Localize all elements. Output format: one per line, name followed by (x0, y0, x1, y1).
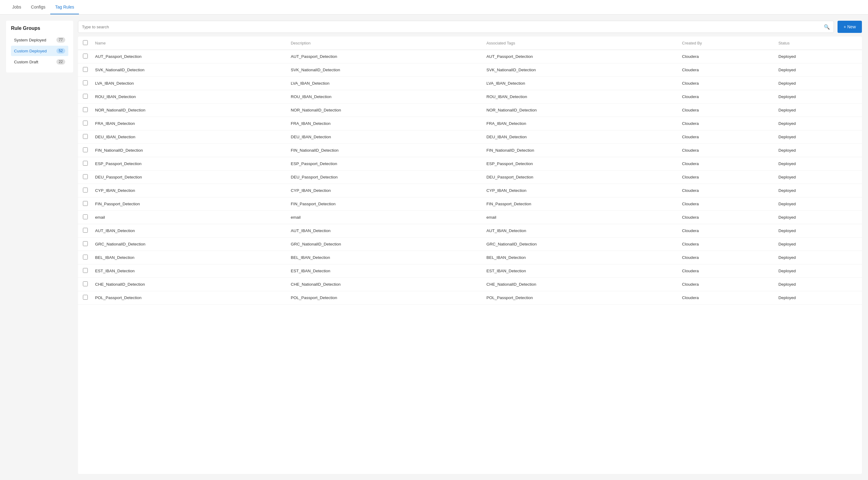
sidebar-item-label: Custom Deployed (14, 49, 46, 53)
tab-tag-rules[interactable]: Tag Rules (50, 0, 79, 14)
search-input[interactable] (82, 25, 824, 29)
top-nav: Jobs Configs Tag Rules (0, 0, 868, 14)
row-checkbox[interactable] (83, 54, 88, 59)
row-checkbox[interactable] (83, 81, 88, 85)
tab-jobs[interactable]: Jobs (7, 0, 26, 14)
table-row: GRC_NationalID_Detection GRC_NationalID_… (78, 237, 862, 251)
cell-associated-tags: FIN_Passport_Detection (482, 197, 677, 211)
row-checkbox-cell (78, 278, 90, 291)
cell-created-by: Cloudera (677, 291, 774, 305)
search-icon: 🔍 (824, 24, 830, 30)
cell-name: ESP_Passport_Detection (90, 157, 286, 170)
sidebar-item-custom-deployed[interactable]: Custom Deployed52 (11, 46, 68, 56)
cell-associated-tags: SVK_NationalID_Detection (482, 63, 677, 77)
cell-name: BEL_IBAN_Detection (90, 251, 286, 264)
row-checkbox[interactable] (83, 281, 88, 286)
cell-description: EST_IBAN_Detection (286, 264, 482, 278)
cell-name: NOR_NationalID_Detection (90, 103, 286, 117)
row-checkbox-cell (78, 90, 90, 103)
row-checkbox-cell (78, 157, 90, 170)
cell-description: FRA_IBAN_Detection (286, 117, 482, 130)
row-checkbox[interactable] (83, 174, 88, 179)
cell-associated-tags: ROU_IBAN_Detection (482, 90, 677, 103)
cell-created-by: Cloudera (677, 157, 774, 170)
table-header-row: Name Description Associated Tags Created… (78, 37, 862, 50)
row-checkbox-cell (78, 130, 90, 144)
cell-status: Deployed (774, 184, 862, 197)
row-checkbox-cell (78, 117, 90, 130)
cell-status: Deployed (774, 211, 862, 224)
cell-description: ROU_IBAN_Detection (286, 90, 482, 103)
row-checkbox-cell (78, 237, 90, 251)
cell-name: SVK_NationalID_Detection (90, 63, 286, 77)
cell-description: LVA_IBAN_Detection (286, 77, 482, 90)
cell-status: Deployed (774, 278, 862, 291)
col-header-associated-tags: Associated Tags (482, 37, 677, 50)
row-checkbox[interactable] (83, 201, 88, 206)
cell-name: EST_IBAN_Detection (90, 264, 286, 278)
row-checkbox[interactable] (83, 295, 88, 300)
row-checkbox[interactable] (83, 107, 88, 112)
cell-description: SVK_NationalID_Detection (286, 63, 482, 77)
cell-status: Deployed (774, 170, 862, 184)
cell-created-by: Cloudera (677, 144, 774, 157)
new-button[interactable]: + New (838, 21, 862, 33)
tab-configs[interactable]: Configs (26, 0, 50, 14)
cell-description: POL_Passport_Detection (286, 291, 482, 305)
row-checkbox[interactable] (83, 228, 88, 233)
cell-created-by: Cloudera (677, 90, 774, 103)
cell-created-by: Cloudera (677, 63, 774, 77)
sidebar-item-custom-draft[interactable]: Custom Draft22 (11, 57, 68, 67)
table-container: Name Description Associated Tags Created… (78, 37, 862, 474)
table-row: DEU_Passport_Detection DEU_Passport_Dete… (78, 170, 862, 184)
table-row: LVA_IBAN_Detection LVA_IBAN_Detection LV… (78, 77, 862, 90)
cell-status: Deployed (774, 157, 862, 170)
cell-description: GRC_NationalID_Detection (286, 237, 482, 251)
cell-description: BEL_IBAN_Detection (286, 251, 482, 264)
cell-status: Deployed (774, 197, 862, 211)
row-checkbox-cell (78, 103, 90, 117)
cell-status: Deployed (774, 50, 862, 63)
cell-name: AUT_IBAN_Detection (90, 224, 286, 237)
col-header-created-by: Created By (677, 37, 774, 50)
cell-name: ROU_IBAN_Detection (90, 90, 286, 103)
row-checkbox[interactable] (83, 268, 88, 273)
cell-status: Deployed (774, 144, 862, 157)
cell-created-by: Cloudera (677, 130, 774, 144)
table-row: FIN_Passport_Detection FIN_Passport_Dete… (78, 197, 862, 211)
row-checkbox[interactable] (83, 134, 88, 139)
cell-created-by: Cloudera (677, 77, 774, 90)
sidebar-item-system-deployed[interactable]: System Deployed77 (11, 35, 68, 45)
cell-associated-tags: AUT_Passport_Detection (482, 50, 677, 63)
cell-status: Deployed (774, 264, 862, 278)
row-checkbox[interactable] (83, 255, 88, 259)
row-checkbox[interactable] (83, 161, 88, 166)
sidebar-item-badge: 52 (56, 48, 65, 54)
row-checkbox-cell (78, 63, 90, 77)
cell-associated-tags: BEL_IBAN_Detection (482, 251, 677, 264)
content-area: 🔍 + New Name Description Associated Tags… (78, 21, 862, 474)
select-all-checkbox[interactable] (83, 40, 88, 45)
cell-status: Deployed (774, 103, 862, 117)
sidebar-item-badge: 22 (56, 59, 65, 65)
table-row: ESP_Passport_Detection ESP_Passport_Dete… (78, 157, 862, 170)
cell-description: AUT_IBAN_Detection (286, 224, 482, 237)
row-checkbox[interactable] (83, 215, 88, 219)
table-row: AUT_Passport_Detection AUT_Passport_Dete… (78, 50, 862, 63)
cell-status: Deployed (774, 117, 862, 130)
row-checkbox[interactable] (83, 94, 88, 99)
table-row: FRA_IBAN_Detection FRA_IBAN_Detection FR… (78, 117, 862, 130)
row-checkbox[interactable] (83, 241, 88, 246)
row-checkbox[interactable] (83, 121, 88, 126)
row-checkbox-cell (78, 224, 90, 237)
row-checkbox-cell (78, 50, 90, 63)
sidebar-item-label: System Deployed (14, 38, 46, 42)
table-row: CHE_NationalID_Detection CHE_NationalID_… (78, 278, 862, 291)
row-checkbox[interactable] (83, 148, 88, 152)
row-checkbox[interactable] (83, 188, 88, 192)
cell-name: GRC_NationalID_Detection (90, 237, 286, 251)
cell-associated-tags: NOR_NationalID_Detection (482, 103, 677, 117)
cell-name: FIN_NationalID_Detection (90, 144, 286, 157)
row-checkbox[interactable] (83, 67, 88, 72)
row-checkbox-cell (78, 291, 90, 305)
